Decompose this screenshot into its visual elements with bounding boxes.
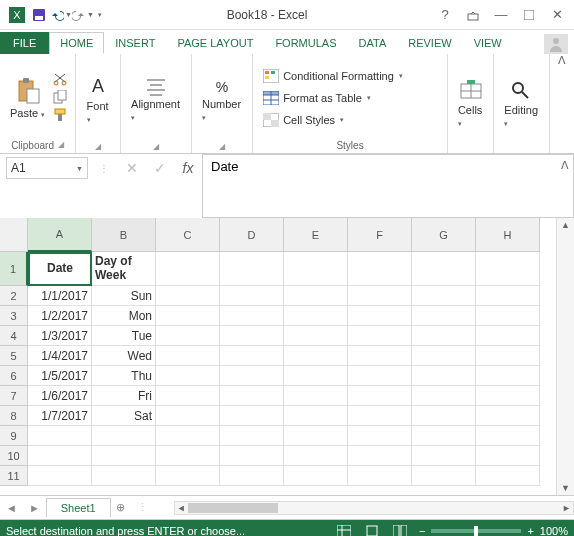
tab-pagelayout[interactable]: PAGE LAYOUT: [166, 32, 264, 54]
page-layout-view-icon[interactable]: [363, 523, 381, 536]
ribbon-options-icon[interactable]: [460, 4, 486, 26]
cell[interactable]: [284, 466, 348, 486]
column-header[interactable]: F: [348, 218, 412, 252]
help-icon[interactable]: ?: [432, 4, 458, 26]
cell[interactable]: [412, 446, 476, 466]
cell[interactable]: [284, 252, 348, 286]
paste-button[interactable]: Paste ▾: [6, 75, 49, 121]
cell[interactable]: 1/2/2017: [28, 306, 92, 326]
tab-file[interactable]: FILE: [0, 32, 49, 54]
cell[interactable]: [28, 446, 92, 466]
row-header[interactable]: 9: [0, 426, 28, 446]
cell[interactable]: [348, 346, 412, 366]
alignment-button[interactable]: Alignment▾: [127, 74, 185, 124]
row-header[interactable]: 7: [0, 386, 28, 406]
cell[interactable]: [476, 306, 540, 326]
formula-bar[interactable]: Date ᐱ: [202, 154, 574, 218]
row-header[interactable]: 11: [0, 466, 28, 486]
cell[interactable]: [220, 346, 284, 366]
zoom-level[interactable]: 100%: [540, 525, 568, 536]
cell[interactable]: [284, 406, 348, 426]
cell[interactable]: [156, 252, 220, 286]
cell[interactable]: [156, 466, 220, 486]
cell[interactable]: Wed: [92, 346, 156, 366]
font-button[interactable]: AFont▾: [82, 72, 114, 126]
cell[interactable]: [220, 466, 284, 486]
collapse-ribbon-icon[interactable]: ᐱ: [550, 54, 574, 153]
cell[interactable]: Date: [28, 252, 92, 286]
cell[interactable]: [156, 426, 220, 446]
tab-review[interactable]: REVIEW: [397, 32, 462, 54]
new-sheet-icon[interactable]: ⊕: [111, 501, 131, 514]
cell[interactable]: [92, 426, 156, 446]
cell[interactable]: [92, 466, 156, 486]
cell[interactable]: Day of Week: [92, 252, 156, 286]
cell[interactable]: [220, 446, 284, 466]
cell[interactable]: [220, 386, 284, 406]
cut-icon[interactable]: [53, 72, 69, 88]
cell[interactable]: 1/1/2017: [28, 286, 92, 306]
copy-icon[interactable]: [53, 90, 69, 106]
cell[interactable]: [284, 326, 348, 346]
conditional-formatting-button[interactable]: Conditional Formatting▾: [259, 66, 441, 86]
horizontal-scrollbar[interactable]: ◄►: [174, 501, 574, 515]
minimize-icon[interactable]: —: [488, 4, 514, 26]
cell[interactable]: [412, 466, 476, 486]
cell[interactable]: [284, 346, 348, 366]
expand-namebox-icon[interactable]: ⋮: [94, 163, 114, 174]
cell[interactable]: [284, 426, 348, 446]
column-header[interactable]: A: [28, 218, 92, 252]
cell[interactable]: [156, 346, 220, 366]
sheet-tab[interactable]: Sheet1: [46, 498, 111, 517]
cell[interactable]: [348, 252, 412, 286]
cell[interactable]: [28, 426, 92, 446]
cell[interactable]: [156, 446, 220, 466]
cell[interactable]: Thu: [92, 366, 156, 386]
cell[interactable]: [476, 326, 540, 346]
undo-icon[interactable]: ▼: [50, 4, 72, 26]
cell[interactable]: [348, 386, 412, 406]
row-header[interactable]: 6: [0, 366, 28, 386]
close-icon[interactable]: ✕: [544, 4, 570, 26]
dialog-launcher-icon[interactable]: ◢: [95, 142, 101, 151]
cell[interactable]: [412, 406, 476, 426]
cell[interactable]: [348, 406, 412, 426]
column-header[interactable]: H: [476, 218, 540, 252]
cell[interactable]: Mon: [92, 306, 156, 326]
column-header[interactable]: G: [412, 218, 476, 252]
cell[interactable]: 1/4/2017: [28, 346, 92, 366]
expand-formula-icon[interactable]: ᐱ: [561, 159, 569, 172]
zoom-in-icon[interactable]: +: [527, 525, 533, 536]
column-header[interactable]: C: [156, 218, 220, 252]
cell[interactable]: [156, 286, 220, 306]
cell[interactable]: [476, 446, 540, 466]
column-header[interactable]: D: [220, 218, 284, 252]
dialog-launcher-icon[interactable]: ◢: [58, 140, 64, 151]
cell[interactable]: [28, 466, 92, 486]
dialog-launcher-icon[interactable]: ◢: [153, 142, 159, 151]
row-header[interactable]: 10: [0, 446, 28, 466]
row-header[interactable]: 4: [0, 326, 28, 346]
cell[interactable]: Sun: [92, 286, 156, 306]
cell[interactable]: [348, 426, 412, 446]
cell[interactable]: [284, 386, 348, 406]
cells-button[interactable]: Cells▾: [454, 78, 487, 130]
tab-view[interactable]: VIEW: [463, 32, 513, 54]
tab-home[interactable]: HOME: [49, 32, 104, 54]
row-header[interactable]: 1: [0, 252, 28, 286]
redo-icon[interactable]: ▼: [72, 4, 94, 26]
cell[interactable]: [476, 386, 540, 406]
cell[interactable]: [284, 446, 348, 466]
zoom-control[interactable]: − + 100%: [419, 525, 568, 536]
cell[interactable]: [412, 346, 476, 366]
tab-data[interactable]: DATA: [348, 32, 398, 54]
cell[interactable]: 1/6/2017: [28, 386, 92, 406]
cell[interactable]: [348, 446, 412, 466]
cell[interactable]: [412, 306, 476, 326]
name-box[interactable]: A1▼: [6, 157, 88, 179]
cell[interactable]: [156, 366, 220, 386]
row-header[interactable]: 3: [0, 306, 28, 326]
cell[interactable]: [156, 326, 220, 346]
cell[interactable]: [412, 252, 476, 286]
row-header[interactable]: 5: [0, 346, 28, 366]
